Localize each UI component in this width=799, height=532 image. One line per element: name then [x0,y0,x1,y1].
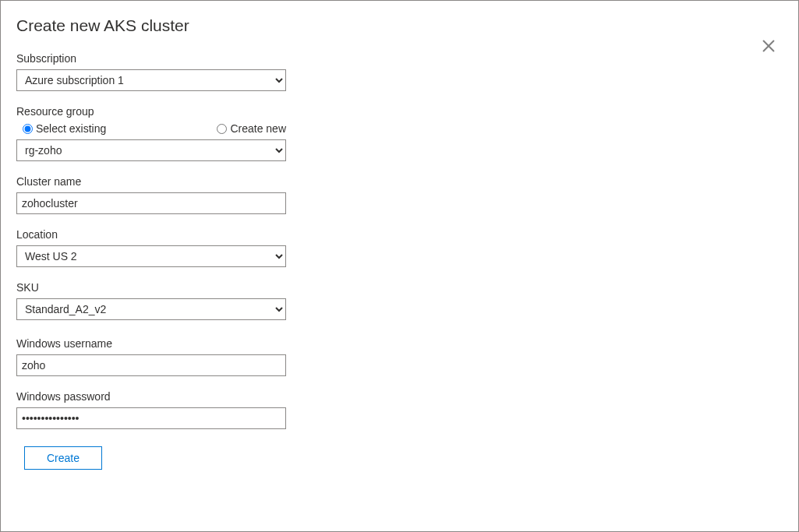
create-button[interactable]: Create [24,446,102,470]
resource-group-select[interactable]: rg-zoho [16,139,286,161]
cluster-name-label: Cluster name [16,175,286,188]
radio-create-new[interactable]: Create new [217,122,286,135]
dialog-title: Create new AKS cluster [16,16,783,35]
resource-group-group: Resource group Select existing Create ne… [16,105,286,161]
create-aks-dialog: Create new AKS cluster Subscription Azur… [0,0,799,532]
radio-select-existing[interactable]: Select existing [23,122,217,135]
resource-group-label: Resource group [16,105,286,118]
radio-new-label[interactable]: Create new [230,122,286,135]
cluster-name-input[interactable] [16,192,286,214]
location-label: Location [16,228,286,241]
win-username-input[interactable] [16,354,286,376]
radio-existing-label[interactable]: Select existing [36,122,106,135]
close-icon [760,37,777,55]
cluster-name-group: Cluster name [16,175,286,214]
win-username-label: Windows username [16,337,286,350]
close-button[interactable] [756,33,781,58]
win-password-group: Windows password [16,390,286,429]
resource-group-radio-row: Select existing Create new [16,122,286,135]
win-password-input[interactable] [16,407,286,429]
sku-select[interactable]: Standard_A2_v2 [16,298,286,320]
sku-group: SKU Standard_A2_v2 [16,281,286,320]
location-select[interactable]: West US 2 [16,245,286,267]
win-password-label: Windows password [16,390,286,403]
radio-new-input[interactable] [217,124,227,134]
radio-existing-input[interactable] [23,124,33,134]
sku-label: SKU [16,281,286,294]
location-group: Location West US 2 [16,228,286,267]
subscription-group: Subscription Azure subscription 1 [16,52,286,91]
subscription-select[interactable]: Azure subscription 1 [16,69,286,91]
win-username-group: Windows username [16,337,286,376]
subscription-label: Subscription [16,52,286,65]
